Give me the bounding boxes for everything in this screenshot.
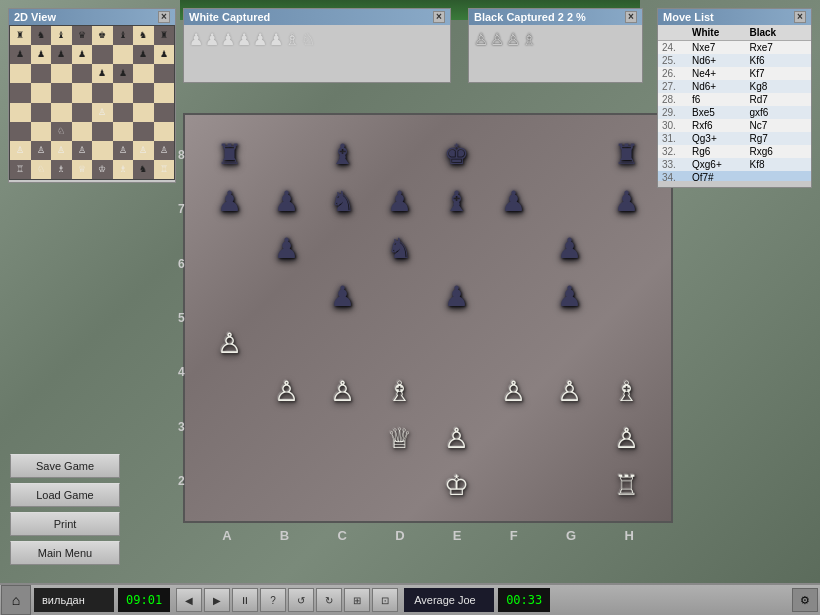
mini-cell [154,64,175,83]
playback-control-btn[interactable]: ◀ [176,588,202,612]
load-game-button[interactable]: Load Game [10,483,120,507]
panel-2d-view: 2D View × ♜♞♝♛♚♝♞♜♟♟♟♟♟♟♟♟♙♘♙♙♙♙♙♙♙♖♘♗♕♔… [8,8,176,183]
move-row[interactable]: 33.Qxg6+Kf8 [658,158,811,171]
chess-piece[interactable]: ♟ [614,188,639,216]
chess-piece[interactable]: ♕ [387,425,412,453]
mini-cell: ♙ [113,141,134,160]
move-white[interactable]: Bxe5 [692,107,750,118]
mini-cell [92,141,113,160]
move-white[interactable]: Nd6+ [692,81,750,92]
move-list-close[interactable]: × [794,11,806,23]
move-row[interactable]: 26.Ne4+Kf7 [658,67,811,80]
white-cap-title-label: White Captured [189,11,270,23]
chess-piece[interactable]: ♚ [444,141,469,169]
chess-board-container: 8765432 ♜♝♚♜♟♟♞♟♝♟♟♟♞♟♟♟♟♙♙♙♗♙♙♗♕♙♙♔♖ AB… [148,98,693,548]
mini-cell [51,64,72,83]
chess-piece[interactable]: ♟ [444,283,469,311]
chess-piece[interactable]: ♔ [444,472,469,500]
move-white[interactable]: Rxf6 [692,120,750,131]
move-black[interactable]: Kf7 [750,68,808,79]
chess-piece[interactable]: ♗ [387,378,412,406]
save-game-button[interactable]: Save Game [10,454,120,478]
move-row[interactable]: 30.Rxf6Nc7 [658,119,811,132]
chess-piece[interactable]: ♟ [274,188,299,216]
chess-piece[interactable]: ♟ [387,188,412,216]
move-row[interactable]: 24.Nxe7Rxe7 [658,41,811,54]
move-white[interactable]: Qxg6+ [692,159,750,170]
chess-piece[interactable]: ♖ [614,472,639,500]
mini-cell [51,103,72,122]
chess-piece[interactable]: ♙ [330,378,355,406]
move-black[interactable]: Nc7 [750,120,808,131]
move-row[interactable]: 29.Bxe5gxf6 [658,106,811,119]
chess-piece[interactable]: ♞ [387,235,412,263]
move-white[interactable]: Qf7# [692,172,750,181]
chess-piece[interactable]: ♟ [274,235,299,263]
settings-icon[interactable]: ⚙ [792,588,818,612]
chess-piece[interactable]: ♟ [557,283,582,311]
move-row[interactable]: 31.Qg3+Rg7 [658,132,811,145]
captured-piece: ♘ [301,30,315,49]
main-menu-button[interactable]: Main Menu [10,541,120,565]
move-row[interactable]: 32.Rg6Rxg6 [658,145,811,158]
move-white[interactable]: Nxe7 [692,42,750,53]
move-row[interactable]: 28.f6Rd7 [658,93,811,106]
status-home-icon[interactable]: ⌂ [1,585,31,615]
chess-piece[interactable]: ♜ [217,141,242,169]
mini-cell [92,83,113,102]
playback-control-btn[interactable]: ⏸ [232,588,258,612]
playback-control-btn[interactable]: ↻ [316,588,342,612]
file-label: F [510,528,518,543]
move-black[interactable]: Rd7 [750,94,808,105]
move-black[interactable]: gxf6 [750,107,808,118]
move-black[interactable]: Rxe7 [750,42,808,53]
move-white[interactable]: Rg6 [692,146,750,157]
mini-cell: ♞ [133,160,154,179]
chess-piece[interactable]: ♝ [330,141,355,169]
move-white[interactable]: Qg3+ [692,133,750,144]
white-cap-close[interactable]: × [433,11,445,23]
black-captured-area: ♙♙♙♗ [469,25,642,75]
move-black[interactable]: Rxg6 [750,146,808,157]
mini-cell [72,122,93,141]
chess-piece[interactable]: ♟ [217,188,242,216]
black-cap-close[interactable]: × [625,11,637,23]
move-row[interactable]: 34.Qf7# [658,171,811,181]
chess-piece[interactable]: ♙ [501,378,526,406]
move-list-body[interactable]: 24.Nxe7Rxe725.Nd6+Kf626.Ne4+Kf727.Nd6+Kg… [658,41,811,181]
chess-piece[interactable]: ♗ [614,378,639,406]
chess-piece[interactable]: ♟ [330,283,355,311]
playback-control-btn[interactable]: ⊡ [372,588,398,612]
mini-cell [113,103,134,122]
chess-piece[interactable]: ♙ [557,378,582,406]
move-black[interactable]: Kf6 [750,55,808,66]
move-row[interactable]: 25.Nd6+Kf6 [658,54,811,67]
chess-piece[interactable]: ♞ [330,188,355,216]
chess-piece[interactable]: ♟ [557,235,582,263]
chess-piece[interactable]: ♟ [501,188,526,216]
move-black[interactable]: Rg7 [750,133,808,144]
move-black[interactable]: Kg8 [750,81,808,92]
playback-control-btn[interactable]: ? [260,588,286,612]
move-white[interactable]: Ne4+ [692,68,750,79]
chess-piece[interactable]: ♜ [614,141,639,169]
chess-piece[interactable]: ♙ [274,378,299,406]
mini-cell: ♞ [133,26,154,45]
move-black[interactable] [750,172,808,181]
panel-2d-close[interactable]: × [158,11,170,23]
move-white[interactable]: f6 [692,94,750,105]
chess-piece[interactable]: ♙ [217,330,242,358]
mini-cell [51,83,72,102]
captured-piece: ♟ [269,30,283,49]
move-row[interactable]: 27.Nd6+Kg8 [658,80,811,93]
chess-piece[interactable]: ♙ [614,425,639,453]
move-white[interactable]: Nd6+ [692,55,750,66]
chess-piece[interactable]: ♙ [444,425,469,453]
playback-control-btn[interactable]: ▶ [204,588,230,612]
move-black[interactable]: Kf8 [750,159,808,170]
print-button[interactable]: Print [10,512,120,536]
playback-control-btn[interactable]: ↺ [288,588,314,612]
chess-piece[interactable]: ♝ [444,188,469,216]
playback-control-btn[interactable]: ⊞ [344,588,370,612]
mini-cell [72,103,93,122]
